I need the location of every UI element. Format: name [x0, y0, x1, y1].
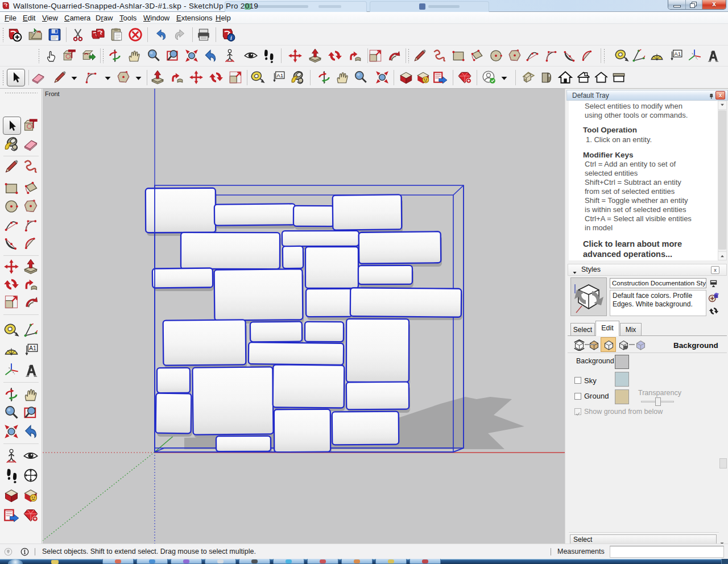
- svg-text:A1: A1: [674, 51, 681, 57]
- svg-text:A1: A1: [276, 72, 283, 78]
- svg-text:i: i: [230, 35, 232, 41]
- svg-text:A1: A1: [29, 345, 36, 351]
- svg-text:Front: Front: [45, 90, 60, 97]
